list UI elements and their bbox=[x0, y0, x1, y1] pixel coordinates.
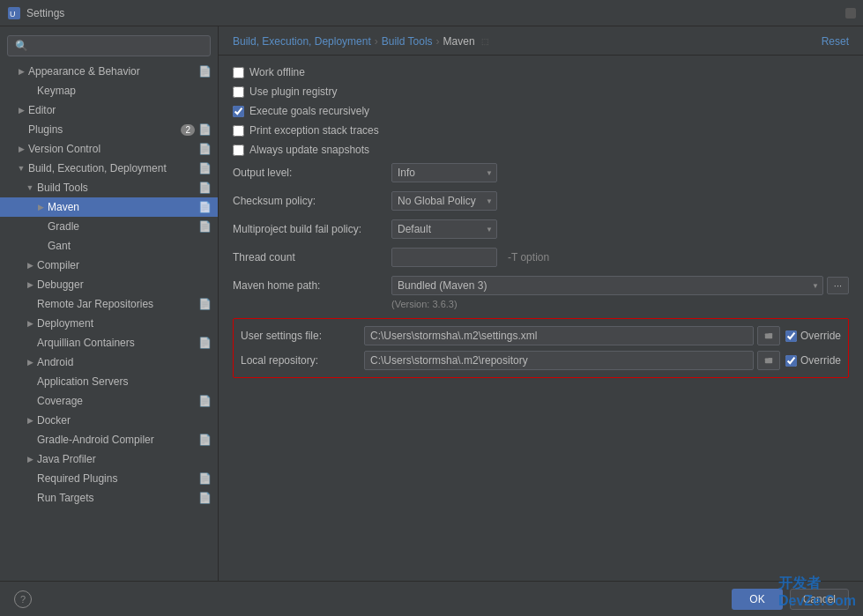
user-settings-browse-button[interactable] bbox=[757, 326, 780, 345]
page-icon-coverage: 📄 bbox=[198, 395, 211, 407]
local-repo-input[interactable] bbox=[364, 351, 754, 370]
local-repo-override: Override bbox=[785, 354, 841, 367]
sidebar-label-app-servers: Application Servers bbox=[37, 375, 211, 388]
sidebar-item-plugins[interactable]: Plugins 2 📄 bbox=[0, 120, 218, 139]
sidebar-label-deployment: Deployment bbox=[37, 317, 211, 330]
sidebar-label-gradle: Gradle bbox=[48, 220, 198, 233]
sidebar-item-gradle[interactable]: Gradle 📄 bbox=[0, 217, 218, 236]
checkbox-work-offline-input[interactable] bbox=[233, 67, 244, 78]
sidebar: ▶ Appearance & Behavior 📄 Keymap ▶ Edito… bbox=[0, 26, 219, 581]
breadcrumb-part2[interactable]: Build Tools bbox=[382, 35, 433, 48]
sidebar-item-appearance[interactable]: ▶ Appearance & Behavior 📄 bbox=[0, 62, 218, 81]
checkbox-always-update[interactable]: Always update snapshots bbox=[233, 144, 849, 156]
checkbox-plugin-registry-input[interactable] bbox=[233, 86, 244, 98]
sidebar-item-keymap[interactable]: Keymap bbox=[0, 81, 218, 100]
page-icon-required-plugins: 📄 bbox=[198, 472, 211, 485]
user-settings-override-checkbox[interactable] bbox=[785, 330, 797, 342]
maven-home-select[interactable]: Bundled (Maven 3) Custom bbox=[391, 276, 823, 295]
page-icon-remote-jar: 📄 bbox=[198, 298, 211, 310]
thread-count-input[interactable] bbox=[391, 248, 497, 267]
window-title: Settings bbox=[26, 7, 845, 19]
sidebar-label-editor: Editor bbox=[28, 104, 211, 116]
reset-button[interactable]: Reset bbox=[822, 35, 849, 48]
sidebar-label-arquillian: Arquillian Containers bbox=[37, 337, 198, 349]
sidebar-label-vc: Version Control bbox=[28, 143, 198, 155]
multiproject-select[interactable]: Default At End Never Always bbox=[391, 219, 497, 239]
checkbox-work-offline[interactable]: Work offline bbox=[233, 66, 849, 78]
sidebar-item-debugger[interactable]: ▶ Debugger bbox=[0, 275, 218, 294]
sidebar-label-java-profiler: Java Profiler bbox=[37, 453, 211, 465]
page-icon-vc: 📄 bbox=[198, 143, 211, 155]
thread-count-label: Thread count bbox=[233, 251, 391, 263]
sidebar-item-app-servers[interactable]: Application Servers bbox=[0, 372, 218, 391]
checkbox-execute-goals-input[interactable] bbox=[233, 106, 244, 117]
sidebar-label-bed: Build, Execution, Deployment bbox=[28, 162, 198, 174]
sidebar-item-run-targets[interactable]: Run Targets 📄 bbox=[0, 488, 218, 508]
collapse-arrow-editor: ▶ bbox=[16, 105, 26, 115]
collapse-arrow-compiler: ▶ bbox=[25, 260, 35, 271]
close-button[interactable] bbox=[845, 8, 856, 19]
user-settings-input[interactable] bbox=[364, 326, 754, 345]
sidebar-item-android[interactable]: ▶ Android bbox=[0, 353, 218, 372]
checkbox-print-exception-input[interactable] bbox=[233, 125, 244, 137]
sidebar-label-remote-jar: Remote Jar Repositories bbox=[37, 298, 198, 310]
help-button[interactable]: ? bbox=[14, 590, 32, 608]
page-icon-maven: 📄 bbox=[198, 201, 211, 213]
checkbox-plugin-registry[interactable]: Use plugin registry bbox=[233, 85, 849, 98]
page-icon-arquillian: 📄 bbox=[198, 337, 211, 349]
sidebar-item-build-exec[interactable]: ▼ Build, Execution, Deployment 📄 bbox=[0, 159, 218, 178]
sidebar-item-gradle-android[interactable]: Gradle-Android Compiler 📄 bbox=[0, 430, 218, 449]
sidebar-item-maven[interactable]: ▶ Maven 📄 bbox=[0, 197, 218, 217]
sidebar-item-build-tools[interactable]: ▼ Build Tools 📄 bbox=[0, 178, 218, 197]
sidebar-label-keymap: Keymap bbox=[37, 85, 211, 97]
local-repo-browse-button[interactable] bbox=[757, 351, 780, 370]
checksum-select-wrapper: No Global Policy Fail Warn Ignore bbox=[391, 191, 497, 211]
local-repo-label: Local repository: bbox=[241, 354, 364, 367]
sidebar-item-deployment[interactable]: ▶ Deployment bbox=[0, 314, 218, 333]
user-settings-override: Override bbox=[785, 330, 841, 342]
ok-button[interactable]: OK bbox=[732, 589, 782, 610]
sidebar-item-required-plugins[interactable]: Required Plugins 📄 bbox=[0, 469, 218, 488]
sidebar-item-version-control[interactable]: ▶ Version Control 📄 bbox=[0, 139, 218, 159]
collapse-arrow-bed: ▼ bbox=[16, 163, 26, 174]
checkbox-always-update-input[interactable] bbox=[233, 145, 244, 156]
window-controls bbox=[845, 8, 856, 19]
sidebar-item-arquillian[interactable]: Arquillian Containers 📄 bbox=[0, 333, 218, 353]
folder-icon bbox=[764, 330, 773, 341]
maven-home-browse-button[interactable]: ··· bbox=[827, 277, 849, 294]
checkbox-always-update-label: Always update snapshots bbox=[249, 144, 369, 156]
sidebar-label-appearance: Appearance & Behavior bbox=[28, 65, 198, 78]
collapse-arrow-vc: ▶ bbox=[16, 144, 26, 154]
checkbox-print-exception[interactable]: Print exception stack traces bbox=[233, 124, 849, 137]
t-option-label: -T option bbox=[508, 251, 549, 263]
titlebar: U Settings bbox=[0, 0, 863, 26]
maven-home-row: Maven home path: Bundled (Maven 3) Custo… bbox=[233, 276, 849, 295]
checkbox-execute-goals[interactable]: Execute goals recursively bbox=[233, 105, 849, 117]
sidebar-label-plugins: Plugins bbox=[28, 123, 181, 136]
sidebar-item-java-profiler[interactable]: ▶ Java Profiler bbox=[0, 449, 218, 469]
sidebar-item-docker[interactable]: ▶ Docker bbox=[0, 411, 218, 430]
app-icon: U bbox=[7, 6, 21, 20]
cancel-button[interactable]: Cancel bbox=[790, 589, 849, 610]
dialog-body: ▶ Appearance & Behavior 📄 Keymap ▶ Edito… bbox=[0, 26, 863, 581]
breadcrumb-part1[interactable]: Build, Execution, Deployment bbox=[233, 35, 371, 48]
page-icon-bt: 📄 bbox=[198, 182, 211, 194]
local-repo-override-label: Override bbox=[800, 354, 841, 367]
checksum-select[interactable]: No Global Policy Fail Warn Ignore bbox=[391, 191, 497, 211]
sidebar-item-compiler[interactable]: ▶ Compiler bbox=[0, 256, 218, 275]
checksum-control: No Global Policy Fail Warn Ignore bbox=[391, 191, 849, 211]
page-icon-appearance: 📄 bbox=[198, 65, 211, 78]
sidebar-item-gant[interactable]: Gant bbox=[0, 236, 218, 256]
sidebar-item-editor[interactable]: ▶ Editor bbox=[0, 100, 218, 120]
local-repo-row: Local repository: Override bbox=[241, 351, 841, 370]
collapse-arrow-android: ▶ bbox=[25, 357, 35, 367]
collapse-arrow-java-profiler: ▶ bbox=[25, 454, 35, 464]
content-area: Build, Execution, Deployment › Build Too… bbox=[219, 26, 863, 581]
maven-home-label: Maven home path: bbox=[233, 279, 391, 292]
sidebar-label-gant: Gant bbox=[48, 240, 211, 252]
output-level-select[interactable]: Info Debug Warning Error bbox=[391, 163, 497, 182]
local-repo-override-checkbox[interactable] bbox=[785, 355, 797, 367]
search-input[interactable] bbox=[7, 35, 211, 56]
sidebar-item-coverage[interactable]: Coverage 📄 bbox=[0, 391, 218, 411]
sidebar-item-remote-jar[interactable]: Remote Jar Repositories 📄 bbox=[0, 294, 218, 314]
